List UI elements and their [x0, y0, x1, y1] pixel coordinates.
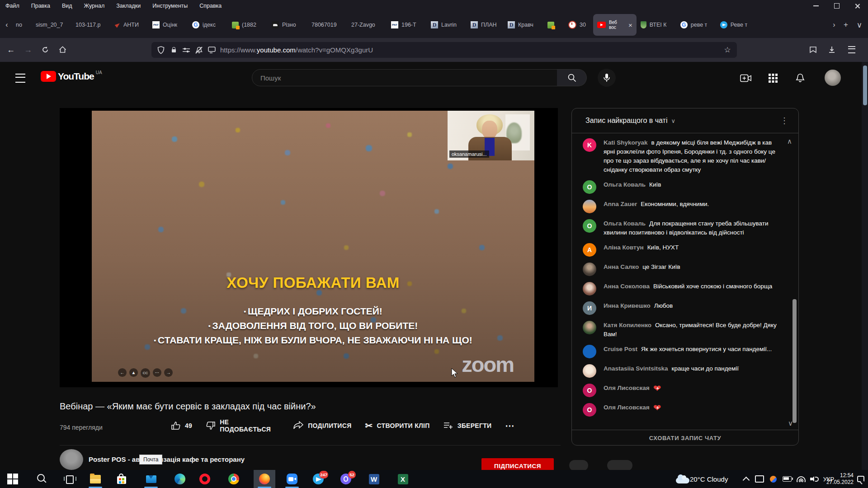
captions-icon[interactable]: CC: [141, 368, 150, 378]
taskbar-opera-icon[interactable]: [194, 470, 216, 488]
tab[interactable]: 103-117.p: [71, 15, 111, 35]
notifications-bell-icon[interactable]: [794, 72, 806, 84]
tab[interactable]: Різно: [268, 15, 307, 35]
battery-icon[interactable]: [781, 470, 793, 488]
clip-button[interactable]: ✂ СТВОРИТИ КЛІП: [365, 420, 430, 431]
taskbar-firefox-icon[interactable]: [254, 470, 275, 488]
slide-prev-icon[interactable]: ←: [118, 368, 127, 377]
tab-scroll-left-icon[interactable]: ‹: [2, 21, 12, 29]
url-bar[interactable]: https://www.youtube.com/watch?v=gOMQXg3g…: [151, 42, 737, 58]
slide-cone-icon[interactable]: ▲: [129, 368, 138, 377]
tab[interactable]: Реве т: [716, 15, 756, 35]
chat-scroll-up-icon[interactable]: ∧: [787, 137, 792, 145]
wifi-icon[interactable]: [796, 470, 807, 488]
save-page-icon[interactable]: [806, 42, 820, 57]
tray-expand-icon[interactable]: [741, 470, 751, 488]
create-video-icon[interactable]: [740, 72, 752, 84]
taskbar-mail-icon[interactable]: [140, 470, 162, 488]
share-button[interactable]: ПОДІЛИТИСЯ: [293, 421, 351, 430]
tablet-mode-icon[interactable]: [754, 470, 765, 488]
tab-close-icon[interactable]: ×: [628, 21, 632, 29]
taskbar-excel-icon[interactable]: X: [392, 470, 414, 488]
youtube-logo[interactable]: YouTube UA: [41, 71, 102, 82]
menu-help[interactable]: Справка: [199, 3, 222, 9]
taskbar-edge-icon[interactable]: [169, 470, 191, 488]
action-center-icon[interactable]: [855, 470, 866, 488]
taskbar-task-view-icon[interactable]: [58, 470, 80, 488]
taskbar-search-icon[interactable]: [31, 470, 52, 488]
tab[interactable]: Gреве т: [676, 15, 716, 35]
search-button[interactable]: [557, 69, 587, 86]
taskbar-word-icon[interactable]: W: [363, 470, 385, 488]
forward-button[interactable]: →: [21, 42, 35, 57]
video-player[interactable]: ХОЧУ ПОБАЖАТИ ВАМ ЩЕДРИХ І ДОБРИХ ГОСТЕЙ…: [60, 108, 558, 387]
chat-scrollbar-thumb[interactable]: [793, 299, 797, 423]
bookmark-star-icon[interactable]: ☆: [723, 46, 731, 54]
permissions-icon[interactable]: [182, 46, 190, 54]
maximize-button[interactable]: [826, 0, 847, 12]
weather-text[interactable]: 20°C Cloudy: [690, 470, 737, 488]
channel-name[interactable]: Poster POS - автоматизація кафе та ресто…: [89, 455, 245, 463]
menu-edit[interactable]: Правка: [31, 3, 50, 9]
weather-icon[interactable]: [675, 470, 691, 488]
notifications-blocked-icon[interactable]: [195, 46, 203, 54]
tab[interactable]: (1882: [228, 15, 268, 35]
taskbar-start-icon[interactable]: [2, 470, 24, 488]
taskbar-telegram-icon[interactable]: 247: [307, 470, 329, 488]
hide-chat-button[interactable]: СХОВАТИ ЗАПИС ЧАТУ: [572, 430, 798, 446]
tab[interactable]: DПЛАН: [467, 15, 504, 35]
shield-icon[interactable]: [157, 46, 165, 54]
guide-menu-icon[interactable]: [15, 74, 25, 83]
tab[interactable]: ВТЕІ К: [637, 15, 676, 35]
page-scrollbar-thumb[interactable]: [863, 66, 867, 105]
reload-button[interactable]: [38, 42, 52, 57]
slide-more-icon[interactable]: ⋯: [153, 368, 161, 377]
menu-bookmarks[interactable]: Закладки: [116, 3, 141, 9]
lock-icon[interactable]: [170, 46, 178, 54]
minimize-button[interactable]: [806, 0, 826, 12]
menu-file[interactable]: Файл: [5, 3, 19, 9]
page-scrollbar[interactable]: [862, 62, 868, 470]
taskbar-store-icon[interactable]: [111, 470, 132, 488]
like-button[interactable]: 49: [171, 421, 192, 431]
account-avatar[interactable]: [825, 70, 841, 86]
chat-kebab-icon[interactable]: ⋮: [780, 116, 788, 126]
back-button[interactable]: ←: [4, 42, 18, 57]
voice-search-button[interactable]: [598, 69, 616, 87]
tab[interactable]: 30: [564, 15, 593, 35]
tab[interactable]: [543, 15, 564, 35]
taskbar-chrome-icon[interactable]: [223, 470, 245, 488]
tab-active-youtube[interactable]: Веб вос×: [593, 14, 637, 36]
url-text[interactable]: https://www.youtube.com/watch?v=gOMQXg3g…: [220, 46, 719, 54]
more-actions-icon[interactable]: ⋯: [505, 420, 514, 431]
app-menu-icon[interactable]: [844, 42, 859, 57]
chat-dropdown-icon[interactable]: ∨: [671, 117, 676, 124]
tab[interactable]: 27-Zavgo: [347, 15, 387, 35]
home-button[interactable]: [55, 42, 70, 57]
menu-view[interactable]: Вид: [62, 3, 72, 9]
close-button[interactable]: [847, 0, 868, 12]
downloads-icon[interactable]: [825, 42, 839, 57]
channel-avatar[interactable]: [60, 449, 83, 470]
new-tab-button[interactable]: +: [839, 20, 853, 29]
tab[interactable]: АНТИ: [111, 15, 148, 35]
tab-scroll-right-icon[interactable]: ›: [829, 21, 839, 29]
dislike-button[interactable]: НЕ ПОДОБАЄТЬСЯ: [206, 418, 279, 433]
tab[interactable]: sism_20_7: [32, 15, 71, 35]
save-button[interactable]: ЗБЕРЕГТИ: [443, 422, 492, 430]
taskbar-explorer-icon[interactable]: [85, 470, 106, 488]
tray-app-icon[interactable]: [768, 470, 778, 488]
list-tabs-icon[interactable]: ∨: [853, 20, 866, 30]
taskbar-zoom-app-icon[interactable]: [281, 470, 303, 488]
tab[interactable]: DКравч: [504, 15, 543, 35]
taskbar-viber-icon[interactable]: 52: [335, 470, 357, 488]
menu-tools[interactable]: Инструменты: [152, 3, 188, 9]
menu-history[interactable]: Журнал: [84, 3, 105, 9]
tab[interactable]: DLavrin: [427, 15, 467, 35]
tab[interactable]: 78067019: [307, 15, 347, 35]
search-input[interactable]: [252, 74, 557, 82]
tab[interactable]: no: [12, 15, 32, 35]
tab[interactable]: Gідекс: [188, 15, 228, 35]
tab[interactable]: PKFОцінк: [148, 15, 188, 35]
tab[interactable]: PKF196-Т: [387, 15, 427, 35]
